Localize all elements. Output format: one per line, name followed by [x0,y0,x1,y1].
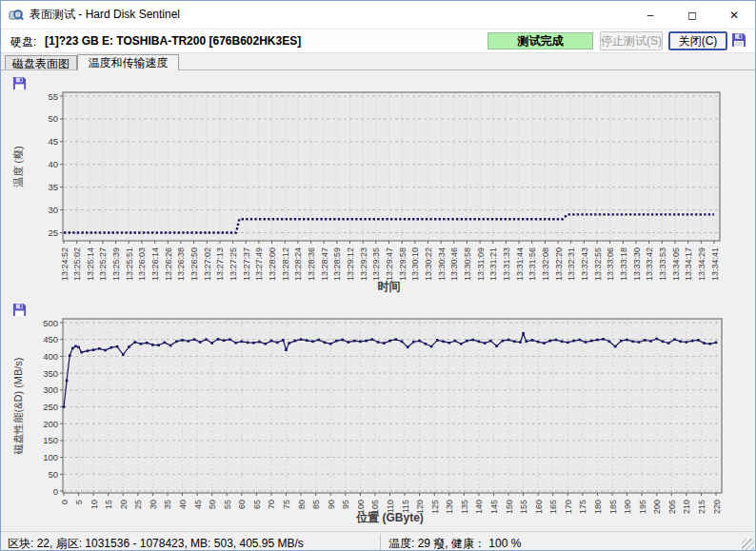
titlebar: 表面测试 - Hard Disk Sentinel – ◻ ✕ [1,1,755,30]
svg-text:13:29:58: 13:29:58 [398,247,408,281]
minimize-button[interactable]: – [629,1,671,29]
svg-text:200: 200 [43,419,58,429]
svg-text:200: 200 [652,500,662,514]
svg-text:13:30:10: 13:30:10 [410,247,420,281]
svg-text:60: 60 [237,500,247,509]
svg-text:195: 195 [638,500,647,514]
speed-chart: 0510152025303540455055606570758085909510… [9,300,749,531]
svg-text:55: 55 [223,500,232,509]
svg-text:13:31:56: 13:31:56 [527,247,537,281]
svg-text:13:24:52: 13:24:52 [60,247,70,281]
svg-text:位置 (GByte): 位置 (GByte) [355,511,424,524]
svg-text:45: 45 [48,136,58,147]
svg-text:85: 85 [311,500,321,509]
svg-text:155: 155 [519,500,528,514]
svg-text:150: 150 [505,500,514,514]
svg-text:5: 5 [74,500,84,504]
app-icon [9,8,24,23]
svg-text:25: 25 [48,227,58,238]
svg-text:13:32:31: 13:32:31 [567,247,576,281]
svg-text:13:33:30: 13:33:30 [632,247,642,281]
svg-text:50: 50 [48,113,58,124]
window-title: 表面测试 - Hard Disk Sentinel [30,7,180,23]
toolbar-save-button[interactable] [730,32,747,49]
stop-test-button[interactable]: 停止测试(S) [600,31,663,50]
svg-text:40: 40 [178,500,188,509]
svg-text:0: 0 [53,486,58,497]
svg-text:350: 350 [43,368,58,379]
svg-text:13:33:42: 13:33:42 [645,247,654,281]
svg-text:40: 40 [48,159,58,169]
svg-text:65: 65 [252,500,262,509]
svg-text:140: 140 [474,500,484,514]
svg-text:13:34:05: 13:34:05 [671,247,681,281]
svg-text:165: 165 [548,500,558,514]
svg-text:13:25:02: 13:25:02 [72,247,82,281]
svg-text:13:28:24: 13:28:24 [293,247,303,281]
svg-text:50: 50 [208,500,217,509]
svg-text:210: 210 [682,500,691,514]
statusbar: 区块: 22, 扇区: 1031536 - 1078423, MB: 503, … [1,531,755,551]
svg-text:0: 0 [60,500,70,504]
svg-text:25: 25 [133,500,143,509]
svg-text:13:27:13: 13:27:13 [215,247,225,281]
close-button[interactable]: 关闭(C) [668,31,727,50]
svg-text:13:28:00: 13:28:00 [268,247,277,281]
svg-text:160: 160 [534,500,544,514]
svg-text:75: 75 [282,500,291,509]
svg-text:13:26:50: 13:26:50 [189,247,199,281]
svg-text:13:25:39: 13:25:39 [111,247,121,281]
svg-text:30: 30 [149,500,158,509]
svg-text:13:34:41: 13:34:41 [710,247,720,281]
svg-text:13:30:46: 13:30:46 [449,247,459,281]
svg-text:13:28:12: 13:28:12 [281,247,290,281]
svg-text:500: 500 [43,318,58,328]
svg-text:13:31:44: 13:31:44 [515,247,525,281]
svg-text:125: 125 [430,500,440,514]
svg-text:13:32:20: 13:32:20 [554,247,564,281]
svg-text:13:28:59: 13:28:59 [332,247,342,281]
svg-text:13:34:17: 13:34:17 [684,247,693,281]
svg-text:13:33:18: 13:33:18 [619,247,628,281]
svg-text:145: 145 [489,500,499,514]
svg-text:13:32:43: 13:32:43 [580,247,589,281]
maximize-button[interactable]: ◻ [671,1,713,29]
status-separator [380,534,381,551]
titlebar-close-button[interactable]: ✕ [713,1,755,29]
svg-text:13:31:21: 13:31:21 [488,247,498,281]
svg-text:70: 70 [267,500,276,509]
svg-text:13:26:03: 13:26:03 [137,247,147,281]
svg-text:13:30:58: 13:30:58 [463,247,472,281]
svg-text:13:28:36: 13:28:36 [307,247,316,281]
svg-text:180: 180 [593,500,603,514]
svg-text:13:31:09: 13:31:09 [476,247,486,281]
svg-text:13:29:47: 13:29:47 [385,247,394,281]
svg-text:13:25:27: 13:25:27 [98,247,108,281]
svg-text:15: 15 [104,500,113,509]
tab-page: 13:24:5213:25:0213:25:1413:25:2713:25:39… [1,70,755,531]
svg-text:400: 400 [43,351,58,362]
svg-text:13:27:37: 13:27:37 [242,247,251,281]
svg-text:130: 130 [445,500,454,514]
svg-text:220: 220 [712,500,722,514]
tab-temperature-speed[interactable]: 温度和传输速度 [77,54,179,70]
svg-text:13:27:02: 13:27:02 [203,247,212,281]
svg-text:55: 55 [48,91,58,102]
tab-disk-surface[interactable]: 磁盘表面图 [5,55,77,70]
resize-grip[interactable] [742,539,754,551]
svg-text:190: 190 [623,500,632,514]
svg-text:13:33:06: 13:33:06 [606,247,615,281]
svg-text:95: 95 [341,500,350,509]
svg-text:135: 135 [460,500,469,514]
svg-text:185: 185 [608,500,618,514]
svg-text:13:31:33: 13:31:33 [502,247,511,281]
hard-disk-sentinel-window: 表面测试 - Hard Disk Sentinel – ◻ ✕ 硬盘: [1]?… [0,0,756,551]
svg-text:13:26:26: 13:26:26 [164,247,173,281]
svg-text:13:34:29: 13:34:29 [697,247,706,281]
disk-label: 硬盘: [10,34,36,50]
svg-text:450: 450 [43,334,58,344]
svg-text:90: 90 [327,500,336,509]
svg-text:13:27:49: 13:27:49 [254,247,264,281]
svg-text:10: 10 [90,500,99,509]
svg-text:13:32:08: 13:32:08 [541,247,550,281]
